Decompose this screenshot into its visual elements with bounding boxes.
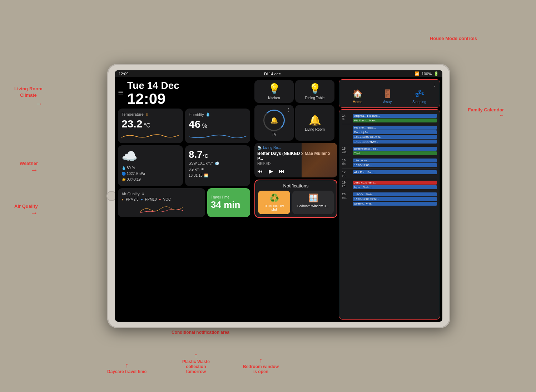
tv-tile[interactable]: 🔔 TV ⋮ [254, 105, 294, 141]
cal-event-item[interactable]: Afspraa... Huisarts... [353, 114, 437, 118]
cal-date-label: 16do. [342, 159, 351, 167]
calendar-day: 17vr.Afrit Pur... Fam... [342, 169, 437, 179]
cal-date-label: 19zo. [342, 181, 351, 189]
calendar-days: 14di.Afspraa... Huisarts...PU Thom... Na… [342, 112, 437, 207]
living-room-label: Living Room [305, 127, 325, 131]
tv-ring: 🔔 [263, 110, 285, 131]
cloud-icon: ☁️ [121, 149, 179, 164]
cal-events-list: Afspraa... Huisarts...PU Thom... Nasc... [353, 114, 437, 122]
plastic-waste-notification[interactable]: ♻️ TOMORROW pbd [258, 191, 290, 214]
status-date: Di 14 dec. [264, 72, 282, 76]
cal-event-item[interactable]: ...ECO... Sinte... [353, 192, 437, 196]
tv-label: TV [272, 132, 277, 136]
cal-events-list: Afrit Pur... Fam... [353, 170, 437, 177]
humidity-label: Humidity 💧 [189, 112, 247, 117]
annotation-weather: Weather → [20, 161, 38, 174]
time-display: 12:09 [127, 91, 179, 106]
living-room-light-icon: 🔔 [309, 114, 321, 126]
tablet-frame: 12:09 Di 14 dec. 📶 100% 🔋 ☰ Tue 14 Dec 1… [107, 64, 450, 328]
center-column: 💡 Kitchen 💡 Dining Table 🔔 TV [253, 77, 339, 322]
music-tile[interactable]: 📡 Living Ro... Better Days (NEIKED x Mae… [254, 143, 337, 177]
kitchen-light-label: Kitchen [268, 96, 280, 100]
prev-button[interactable]: ⏮ [257, 168, 263, 175]
notifications-title: Notifications [258, 183, 334, 189]
recycle-icon: ♻️ [269, 194, 279, 203]
temperature-graph [121, 132, 179, 139]
annotation-air-quality: Air Quality → [14, 203, 38, 217]
cal-date-label: 20ma. [342, 192, 351, 206]
status-bar: 12:09 Di 14 dec. 📶 100% 🔋 [115, 70, 442, 77]
plastic-waste-label: TOMORROW pbd [264, 204, 284, 211]
humidity-value: 46 % [189, 118, 247, 130]
house-mode-more[interactable]: ⋮ [343, 83, 436, 87]
calendar-day: 15wo.Bijeenkomst... Tij...Thol... [342, 145, 437, 157]
calendar-day: 14di.Afspraa... Huisarts...PU Thom... Na… [342, 112, 437, 124]
calendar-day: 16do.11u bo ins...16:00-17:00... [342, 157, 437, 169]
cal-event-item[interactable]: Thol... [353, 151, 437, 155]
air-quality-tile[interactable]: Air Quality 🌡 ●PPM2.5 ●PPM10 ●VOC [118, 188, 205, 217]
bedroom-window-notification[interactable]: 🪟 Bedroom Window O... [292, 191, 334, 214]
living-room-tile[interactable]: 🔔 Living Room [295, 105, 334, 141]
cal-event-item[interactable]: 16:10-18:00 Bouw A... [353, 135, 437, 139]
cal-events-list: ...ECO... Sinte...15:00-17:00 Sinte...Si… [353, 192, 437, 206]
play-button[interactable]: ▶ [269, 168, 273, 175]
house-mode-options: 🏠 Home 🚪 Away 💤 Sleeping [343, 89, 436, 104]
annotation-conditional: Conditional notification area [172, 330, 229, 335]
air-quality-label: Air Quality 🌡 [121, 192, 202, 196]
mode-sleeping-button[interactable]: 💤 Sleeping [412, 89, 426, 104]
away-mode-icon: 🚪 [383, 89, 392, 99]
annotation-house-mode: House Mode controls [430, 36, 477, 41]
kitchen-light-icon: 💡 [268, 83, 281, 95]
cal-date-label: 17vr. [342, 170, 351, 177]
cal-event-item[interactable]: 14:10-15:30 gym... [353, 140, 437, 144]
cal-event-item[interactable]: 16:00-17:00... [353, 163, 437, 167]
cal-event-item[interactable]: Dam bij Jo... [353, 130, 437, 134]
drop-icon: 💧 [205, 112, 210, 117]
cal-event-item[interactable]: PU Thom... Nasc... [353, 119, 437, 122]
cal-event-item[interactable]: 15:00-17:00 Sinte... [353, 197, 437, 201]
tv-bell-icon: 🔔 [270, 116, 278, 124]
calendar-day: 20ma....ECO... Sinte...15:00-17:00 Sinte… [342, 191, 437, 207]
weather-tile[interactable]: ☁️ 💧 89 % 🔵 1027.9 hPa ☀️ 08:40:19 [118, 145, 183, 186]
kitchen-light-tile[interactable]: 💡 Kitchen [254, 80, 294, 103]
cal-date-label: 15wo. [342, 147, 351, 155]
mode-home-button[interactable]: 🏠 Home [353, 89, 362, 104]
next-button[interactable]: ⏭ [279, 168, 284, 175]
air-quality-graph [121, 203, 202, 213]
tablet-screen: 12:09 Di 14 dec. 📶 100% 🔋 ☰ Tue 14 Dec 1… [115, 70, 442, 322]
battery-status: 100% [422, 72, 432, 76]
home-mode-label: Home [353, 100, 362, 104]
left-panel: ☰ Tue 14 Dec 12:09 Temperature 🌡 [115, 77, 253, 322]
cal-event-item[interactable]: Sinterk... vrie... [353, 202, 437, 206]
temperature-value: 23.2 °C [121, 118, 179, 130]
main-content: ☰ Tue 14 Dec 12:09 Temperature 🌡 [115, 77, 442, 322]
travel-time-label: Travel Time [211, 195, 247, 199]
right-panel: ⋮ 🏠 Home 🚪 Away 💤 Sleeping [339, 77, 442, 322]
tv-more-icon[interactable]: ⋮ [286, 107, 291, 113]
hamburger-menu[interactable]: ☰ [118, 89, 124, 97]
thermometer-small-icon: 🌡 [141, 192, 145, 196]
cal-event-item[interactable]: Bijeenkomst... Tij... [353, 147, 437, 151]
cal-event-item[interactable]: Afrit Pur... Fam... [353, 170, 437, 174]
climate-section: Temperature 🌡 23.2 °C [118, 109, 250, 143]
cal-event-item[interactable]: Jarig v... sinterk... [353, 181, 437, 185]
annotation-daycare: ↑ Daycare travel time [107, 362, 147, 374]
temperature-tile[interactable]: Temperature 🌡 23.2 °C [118, 109, 183, 143]
annotation-plastic: ↑ Plastic Waste collection tomorrow [182, 352, 210, 374]
cal-event-item[interactable]: PU Tho... Nasc... [353, 126, 437, 130]
humidity-graph [189, 132, 247, 140]
travel-time-tile[interactable]: Travel Time 34 min [207, 188, 250, 217]
humidity-tile[interactable]: Humidity 💧 46 % [185, 109, 250, 143]
outdoor-temp-tile[interactable]: 8.7°C SSW 10.1 km/h 💨 6.9 km 👁 [185, 145, 250, 186]
annotation-living-room-climate: Living Room Climate → [14, 86, 43, 109]
light-tiles-bottom: 🔔 TV ⋮ 🔔 Living Room [254, 105, 337, 141]
cal-events-list: PU Tho... Nasc...Dam bij Jo...16:10-18:0… [353, 126, 437, 144]
cal-events-list: Jarig v... sinterk...Inpa... Sinte... [353, 181, 437, 189]
cal-event-item[interactable]: Inpa... Sinte... [353, 185, 437, 189]
cal-event-item[interactable]: 11u bo ins... [353, 159, 437, 162]
dining-table-tile[interactable]: 💡 Dining Table [295, 80, 334, 103]
home-mode-icon: 🏠 [353, 89, 362, 99]
cal-events-list: Bijeenkomst... Tij...Thol... [353, 147, 437, 155]
mode-away-button[interactable]: 🚪 Away [383, 89, 392, 104]
cal-events-list: 11u bo ins...16:00-17:00... [353, 159, 437, 167]
